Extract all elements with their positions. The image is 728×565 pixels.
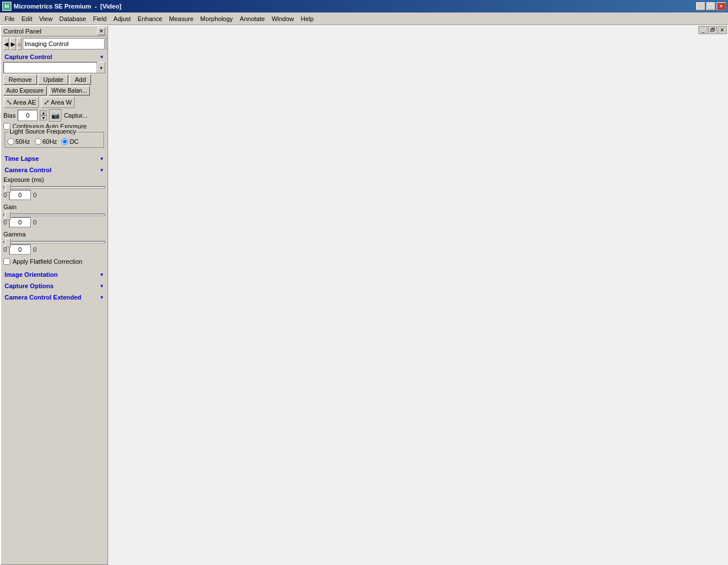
hz50-label: 50Hz <box>15 138 30 145</box>
home-button[interactable]: ⌂ <box>17 38 22 50</box>
app-container: Control Panel ✕ ◀ ▶ ⌂ ▼ Capture Control … <box>0 25 728 565</box>
minimize-button[interactable]: _ <box>696 2 705 10</box>
area-w-label: Area W <box>51 99 72 106</box>
remove-button[interactable]: Remove <box>3 74 37 85</box>
panel-close-button[interactable]: ✕ <box>97 27 105 35</box>
menu-annotate[interactable]: Annotate <box>237 13 268 24</box>
area-buttons-row: ⤡ Area AE ⤢ Area W <box>3 97 105 108</box>
capture-options-arrow: ▼ <box>100 284 104 289</box>
bias-input[interactable] <box>18 110 38 121</box>
menu-file[interactable]: File <box>1 13 18 24</box>
camera-control-extended-label: Camera Control Extended <box>5 294 81 301</box>
gain-max: 0 <box>33 219 36 226</box>
flatfield-checkbox-row[interactable]: Apply Flatfield Correction <box>3 258 105 265</box>
dc-label: DC <box>69 138 78 145</box>
hz60-radio[interactable] <box>35 138 42 145</box>
mdi-close-button[interactable]: ✕ <box>718 26 727 34</box>
add-button[interactable]: Add <box>69 74 91 85</box>
menu-window[interactable]: Window <box>268 13 297 24</box>
panel-title: Control Panel <box>3 28 42 35</box>
exposure-thumb[interactable] <box>5 184 11 193</box>
exposure-label: Exposure (ms) <box>3 176 105 183</box>
preset-dropdown-arrow[interactable]: ▼ <box>97 62 105 73</box>
restore-button[interactable]: ❐ <box>706 2 715 10</box>
hz50-radio[interactable] <box>7 138 14 145</box>
capture-control-content: ▼ Remove Update Add Auto Exposure White … <box>1 61 107 151</box>
bias-down-button[interactable]: ▼ <box>40 115 47 121</box>
ae-wb-row: Auto Exposure White Balan... <box>3 86 105 95</box>
preset-buttons-row: Remove Update Add <box>3 74 105 85</box>
area-ae-button[interactable]: ⤡ Area AE <box>3 97 39 108</box>
title-bar: M Micrometrics SE Premium - [Video] _ ❐ … <box>0 0 728 13</box>
area-w-icon: ⤢ <box>44 98 49 106</box>
capture-preset-input[interactable] <box>3 62 97 73</box>
gamma-thumb[interactable] <box>5 238 11 247</box>
panel-title-bar: Control Panel ✕ <box>1 26 107 36</box>
light-source-legend: Light Source Frequency <box>9 128 77 135</box>
bias-spinners: ▲ ▼ <box>40 110 47 121</box>
camera-control-extended-arrow: ▼ <box>100 295 104 300</box>
camera-control-content: Exposure (ms) 0 0 Gain 0 <box>1 174 107 267</box>
mdi-minimize-button[interactable]: _ <box>698 26 708 34</box>
gain-value-input[interactable] <box>9 217 31 227</box>
gain-slider-container: Gain 0 0 <box>3 203 105 227</box>
hz60-radio-item[interactable]: 60Hz <box>35 138 57 145</box>
panel-toolbar: ◀ ▶ ⌂ ▼ <box>1 36 107 52</box>
image-orientation-label: Image Orientation <box>5 271 58 278</box>
capture-options-header[interactable]: Capture Options ▼ <box>1 281 107 290</box>
imaging-control-dropdown[interactable] <box>23 38 105 49</box>
menu-bar: File Edit View Database Field Adjust Enh… <box>0 13 728 25</box>
image-orientation-header[interactable]: Image Orientation ▼ <box>1 269 107 279</box>
gain-label: Gain <box>3 203 105 210</box>
control-panel: Control Panel ✕ ◀ ▶ ⌂ ▼ Capture Control … <box>0 25 108 565</box>
exposure-track[interactable] <box>3 186 105 189</box>
camera-control-arrow: ▼ <box>100 168 104 173</box>
time-lapse-arrow: ▼ <box>100 156 104 161</box>
menu-help[interactable]: Help <box>297 13 317 24</box>
capture-control-arrow: ▼ <box>100 55 104 60</box>
bias-row: Bias ▲ ▼ 📷 Captur... <box>3 109 105 122</box>
capture-camera-button[interactable]: 📷 <box>49 109 61 122</box>
menu-field[interactable]: Field <box>89 13 110 24</box>
area-w-button[interactable]: ⤢ Area W <box>41 97 75 108</box>
camera-control-header[interactable]: Camera Control ▼ <box>1 165 107 174</box>
gamma-track[interactable] <box>3 241 105 243</box>
hz60-label: 60Hz <box>43 138 57 145</box>
mdi-restore-button[interactable]: 🗗 <box>708 26 717 34</box>
menu-edit[interactable]: Edit <box>18 13 36 24</box>
bias-up-button[interactable]: ▲ <box>40 110 47 115</box>
white-balance-button[interactable]: White Balan... <box>49 86 90 95</box>
app-icon: M <box>2 2 11 11</box>
gain-track[interactable] <box>3 214 105 216</box>
auto-exposure-button[interactable]: Auto Exposure <box>3 86 47 95</box>
menu-measure[interactable]: Measure <box>166 13 197 24</box>
light-source-groupbox: Light Source Frequency 50Hz 60Hz DC <box>5 132 104 148</box>
dc-radio-item[interactable]: DC <box>61 138 78 145</box>
flatfield-checkbox[interactable] <box>3 258 10 265</box>
menu-enhance[interactable]: Enhance <box>134 13 166 24</box>
area-ae-label: Area AE <box>13 99 36 106</box>
gain-thumb[interactable] <box>5 211 11 220</box>
menu-morphology[interactable]: Morphology <box>197 13 236 24</box>
camera-control-extended-header[interactable]: Camera Control Extended ▼ <box>1 292 107 301</box>
update-button[interactable]: Update <box>38 74 68 85</box>
flatfield-label: Apply Flatfield Correction <box>13 258 82 265</box>
dc-radio[interactable] <box>61 138 68 145</box>
gamma-value-input[interactable] <box>9 244 31 255</box>
main-area: _ 🗗 ✕ <box>108 25 728 565</box>
gamma-label: Gamma <box>3 231 105 238</box>
gamma-slider-container: Gamma 0 0 <box>3 231 105 255</box>
capture-control-header[interactable]: Capture Control ▼ <box>1 52 107 61</box>
image-orientation-arrow: ▼ <box>100 272 104 277</box>
exposure-value-input[interactable] <box>9 190 31 200</box>
forward-button[interactable]: ▶ <box>10 38 16 50</box>
menu-adjust[interactable]: Adjust <box>110 13 134 24</box>
close-button[interactable]: ✕ <box>717 2 726 10</box>
menu-view[interactable]: View <box>36 13 56 24</box>
mdi-restore-bar: _ 🗗 ✕ <box>697 25 728 35</box>
time-lapse-header[interactable]: Time Lapse ▼ <box>1 153 107 163</box>
hz50-radio-item[interactable]: 50Hz <box>7 138 30 145</box>
back-button[interactable]: ◀ <box>3 38 9 50</box>
menu-database[interactable]: Database <box>56 13 89 24</box>
exposure-slider-container: Exposure (ms) 0 0 <box>3 176 105 200</box>
